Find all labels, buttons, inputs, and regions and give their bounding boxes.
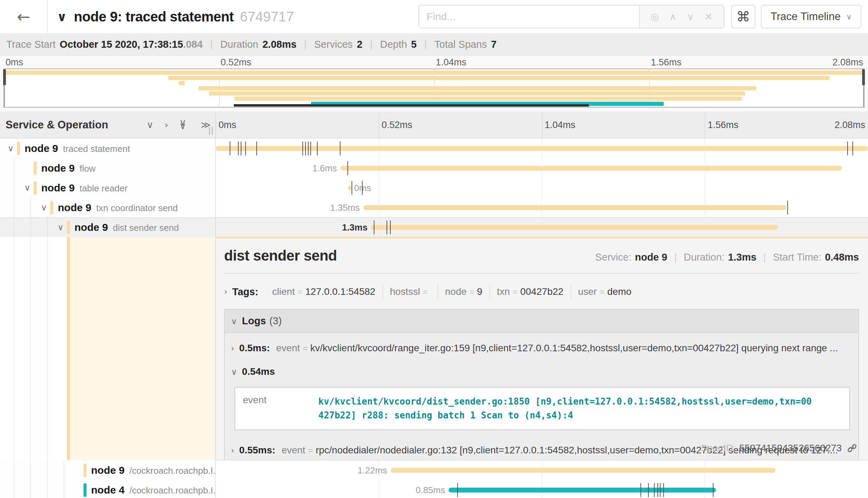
logs-accordion: ∨ Logs (3) ›0.5ms:event=kv/kvclient/kvco… [224,309,859,460]
ruler-tick-label: 0.52ms [382,119,413,130]
span-row[interactable]: ∨node 9table reader0ms [0,178,868,198]
span-rows-bottom: node 9/cockroach.roachpb.I...1.22msnode … [0,460,868,498]
span-row-label: node 9dist sender send [74,221,179,233]
log-event-value: kv/kvclient/kvcoord/dist_sender.go:1850 … [318,395,813,423]
span-row-timeline-cell[interactable]: 0ms [216,178,868,198]
span-rows-top: ∨node 9traced statementnode 9flow1.6ms∨n… [0,138,868,237]
minimap-canvas[interactable] [3,69,865,108]
tag-pill[interactable]: hostssl= [383,284,438,299]
log-marker-tick [230,142,230,155]
tags-row[interactable]: › Tags: client=127.0.0.1:54582hostssl=no… [224,284,859,299]
span-duration-label: 1.35ms [330,202,360,213]
span-row-tree-cell[interactable]: ∨node 9table reader [0,178,216,198]
span-duration-label: 1.6ms [312,163,337,173]
log-marker-tick [317,142,318,155]
span-row-timeline-cell[interactable] [216,138,868,158]
service-color-bar [17,142,20,155]
span-link-icon[interactable] [847,443,858,454]
span-expander-chevron-icon[interactable]: ∨ [57,223,64,232]
span-duration-bar[interactable] [363,205,787,210]
span-row[interactable]: ∨node 9dist sender send1.3ms [0,217,868,237]
ruler-tick-label: 1.04ms [545,119,576,130]
log-entry[interactable]: ∨0.54ms [225,356,858,380]
log-equals: = [303,344,308,353]
next-match-icon[interactable]: ∨ [687,11,694,22]
log-marker-tick [847,142,848,155]
collapse-all-icon[interactable]: ∨∨ [179,119,190,131]
tree-indent-guide [47,460,47,480]
span-duration-bar[interactable] [449,488,716,492]
span-row-label: node 9flow [41,162,96,174]
span-row-tree-cell[interactable]: node 4/cockroach.roachpb.I... [0,480,216,498]
back-button[interactable]: ← [0,0,48,33]
tag-value: demo [607,286,631,297]
title-group: ∨ node 9: traced statement 6749717 [57,9,294,25]
span-row[interactable]: node 9/cockroach.roachpb.I...1.22ms [0,460,868,480]
span-row-tree-cell[interactable]: ∨node 9txn coordinator send [0,198,216,217]
back-arrow-icon: ← [17,7,30,26]
ruler-gridline [705,111,705,138]
collapse-trace-chevron-icon[interactable]: ∨ [57,10,67,24]
logs-header[interactable]: ∨ Logs (3) [225,310,858,333]
duration-value: 1.3ms [728,252,756,263]
span-duration-bar[interactable] [391,468,776,473]
span-row-timeline-cell[interactable]: 1.22ms [216,460,868,480]
span-row[interactable]: ∨node 9txn coordinator send1.35ms [0,198,868,217]
view-dropdown-button[interactable]: Trace Timeline ∨ [761,5,861,28]
tag-equals: = [298,287,302,297]
span-duration-label: 1.22ms [357,465,387,476]
tag-pill[interactable]: node=9 [438,284,490,299]
column-resize-grip[interactable] [207,127,213,135]
span-row-timeline-cell[interactable]: 1.35ms [216,198,868,217]
span-row-tree-cell[interactable]: ∨node 9dist sender send [0,218,216,237]
minimap-left-scrubber-handle[interactable] [3,69,6,85]
match-highlight-icon[interactable]: ◎ [650,11,659,22]
minimap-right-scrubber-handle[interactable] [862,69,865,85]
tag-pill[interactable]: client=127.0.0.1:54582 [265,284,383,299]
span-accent-fill [70,237,215,460]
tree-indent-guide [14,218,14,237]
span-row[interactable]: node 9flow1.6ms [0,158,868,178]
keyboard-shortcuts-button[interactable]: ⌘ [731,5,755,28]
log-marker-tick [663,483,664,497]
span-row-tree-cell[interactable]: node 9flow [0,158,216,178]
log-marker-tick [640,483,641,497]
prev-match-icon[interactable]: ∧ [670,11,677,22]
tags-label: Tags: [232,286,258,298]
span-row-tree-cell[interactable]: ∨node 9traced statement [0,138,216,158]
minimap-span-bar [168,76,830,80]
span-detail-meta: Service: node 9 | Duration: 1.3ms | Star… [595,252,859,263]
log-marker-tick [387,220,387,234]
clear-find-icon[interactable]: ✕ [705,11,712,22]
span-row[interactable]: ∨node 9traced statement [0,138,868,158]
span-row-timeline-cell[interactable]: 0.85ms [216,480,868,498]
span-row-timeline-cell[interactable]: 1.3ms [216,218,868,237]
log-entry[interactable]: ›0.5ms:event=kv/kvclient/kvcoord/range_i… [225,333,858,356]
span-row-label: node 9txn coordinator send [58,202,178,214]
timeline-gridline [542,178,542,198]
log-marker-tick [238,142,239,155]
collapse-one-icon[interactable]: ∨ [147,119,153,130]
tree-indent-guide [64,480,64,498]
service-name: node 9 [41,162,75,174]
find-input[interactable] [419,6,639,28]
span-row-timeline-cell[interactable]: 1.6ms [216,158,868,178]
logs-expander-chevron-icon: ∨ [231,317,237,326]
span-duration-bar[interactable] [371,225,778,230]
span-row-tree-cell[interactable]: node 9/cockroach.roachpb.I... [0,460,216,480]
service-color-bar [67,221,70,234]
span-duration-bar[interactable] [348,185,351,190]
duration-label: Duration: [684,252,725,263]
span-duration-bar[interactable] [340,166,842,171]
log-marker-tick [245,142,246,155]
expand-one-icon[interactable]: › [165,119,168,130]
span-row[interactable]: node 4/cockroach.roachpb.I...0.85ms [0,480,868,498]
span-duration-bar[interactable] [216,146,868,151]
tag-pill[interactable]: user=demo [571,284,639,299]
tag-pill[interactable]: txn=00427b22 [490,284,571,299]
span-expander-chevron-icon[interactable]: ∨ [24,183,30,193]
summary-value: 5 [411,39,417,50]
summary-value: 2 [357,39,362,50]
span-expander-chevron-icon[interactable]: ∨ [41,203,47,212]
span-expander-chevron-icon[interactable]: ∨ [8,144,14,153]
